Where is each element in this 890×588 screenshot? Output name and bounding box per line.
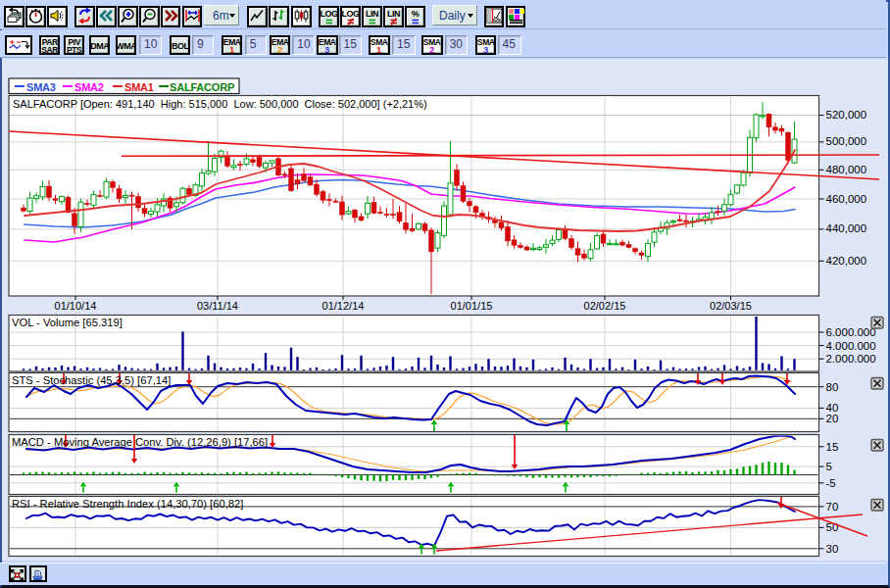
svg-text:5: 5 — [826, 461, 832, 472]
svg-text:480,000: 480,000 — [826, 164, 867, 175]
svg-text:20: 20 — [826, 413, 839, 424]
svg-text:VOL - Volume [65.319]: VOL - Volume [65.319] — [12, 317, 123, 328]
svg-text:LOG: LOG — [342, 8, 359, 18]
svg-text:LOG: LOG — [321, 8, 337, 18]
svg-text:STS - Stochastic (45,3,5) [67,: STS - Stochastic (45,3,5) [67,14] — [12, 374, 171, 386]
svg-text:SAR: SAR — [41, 44, 58, 53]
svg-text:2: 2 — [429, 44, 434, 54]
svg-text:520,000: 520,000 — [826, 109, 867, 121]
svg-text:01/10/14: 01/10/14 — [55, 300, 97, 312]
svg-text:01/01/15: 01/01/15 — [451, 300, 493, 312]
svg-text:DMA: DMA — [91, 40, 109, 50]
svg-text:Daily: Daily — [439, 9, 466, 23]
svg-text:1: 1 — [229, 44, 235, 54]
svg-text:2: 2 — [277, 44, 282, 54]
svg-text:30: 30 — [826, 543, 839, 555]
svg-text:440,000: 440,000 — [826, 222, 867, 234]
svg-text:LIN: LIN — [387, 8, 400, 18]
svg-text:SALFACORP [Open: 491,140 High: SALFACORP [Open: 491,140 High: 515,000 L… — [13, 98, 427, 110]
svg-text:6.000.000: 6.000.000 — [826, 326, 876, 338]
svg-text:420,000: 420,000 — [826, 255, 867, 267]
svg-text:4.000.000: 4.000.000 — [826, 340, 876, 352]
svg-text:MACD - Moving Average Conv. Di: MACD - Moving Average Conv. Div. (12,26,… — [12, 436, 268, 448]
svg-text:3: 3 — [483, 44, 488, 54]
svg-text:1: 1 — [376, 44, 382, 54]
svg-text:-5: -5 — [826, 477, 836, 489]
svg-text:SMA1: SMA1 — [124, 81, 154, 93]
svg-text:01/12/14: 01/12/14 — [322, 300, 365, 312]
svg-text:500,000: 500,000 — [826, 135, 867, 147]
svg-text:LIN: LIN — [366, 8, 378, 18]
svg-text:SMA2: SMA2 — [74, 81, 104, 93]
svg-text:80: 80 — [826, 381, 839, 393]
svg-text:2.000.000: 2.000.000 — [826, 353, 876, 365]
svg-text:RSI - Relative Strength Index: RSI - Relative Strength Index (14,30,70)… — [12, 498, 243, 510]
svg-text:%: % — [412, 8, 420, 18]
svg-text:BOL: BOL — [172, 40, 189, 50]
svg-text:WMA: WMA — [118, 40, 135, 50]
svg-text:70: 70 — [826, 501, 839, 513]
svg-text:02/03/15: 02/03/15 — [710, 300, 752, 312]
svg-text:SALFACORP: SALFACORP — [170, 81, 234, 93]
svg-text:03/11/14: 03/11/14 — [197, 300, 238, 312]
svg-text:02/02/15: 02/02/15 — [584, 300, 626, 312]
svg-text:3: 3 — [324, 44, 329, 54]
svg-text:6m: 6m — [213, 9, 229, 23]
svg-text:PTS: PTS — [67, 44, 82, 53]
svg-text:460,000: 460,000 — [826, 193, 867, 205]
svg-text:SMA3: SMA3 — [26, 81, 56, 93]
svg-text:15: 15 — [826, 441, 839, 453]
